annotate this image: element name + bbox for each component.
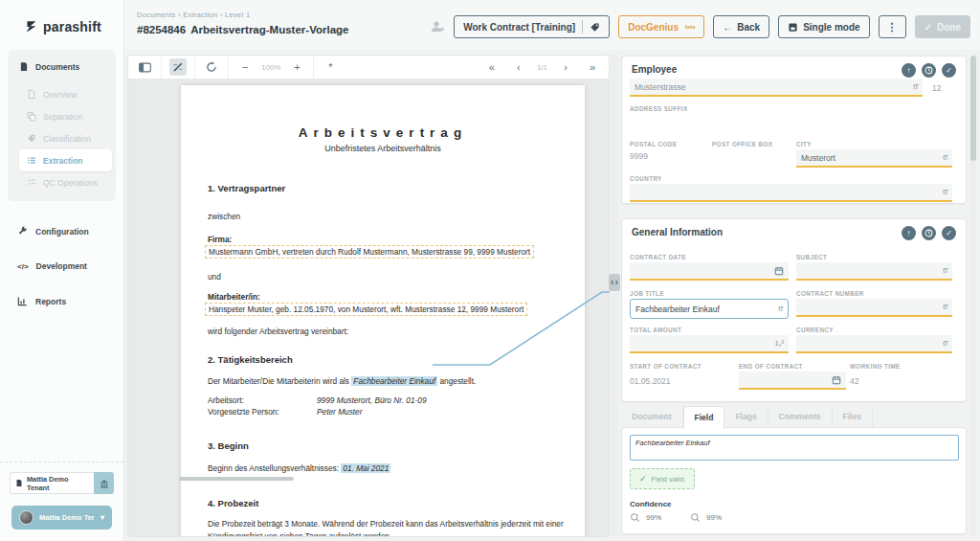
- tenant-name-box[interactable]: Mattia Demo Tenant: [10, 472, 94, 494]
- history-icon[interactable]: [922, 226, 936, 240]
- country-field[interactable]: tT: [630, 184, 952, 202]
- calendar-icon: [774, 266, 784, 276]
- chevron-down-icon: ▾: [100, 513, 104, 522]
- street-number-field[interactable]: 12: [932, 83, 941, 93]
- tab-field[interactable]: Field: [683, 406, 725, 429]
- employee-panel: Employee ↑ ✓ Musterstrasse tT 12 ADDRESS…: [621, 56, 967, 204]
- document-page: Arbeitsvertrag Unbefristetes Arbeitsverh…: [181, 85, 585, 537]
- fit-page-button[interactable]: *: [322, 58, 339, 76]
- app-logo: parashift: [0, 0, 123, 34]
- horizontal-scrollbar[interactable]: [179, 477, 294, 481]
- total-amount-field[interactable]: 1₂³: [630, 335, 789, 353]
- parashift-logo-icon: [25, 20, 37, 34]
- po-box-label: POST OFFICE BOX: [712, 141, 772, 147]
- more-options-button[interactable]: ⋮: [879, 15, 906, 38]
- viewer-toolbar: − 100% + * « ‹ 1/1 › »: [128, 56, 609, 79]
- subject-field[interactable]: tT: [796, 262, 952, 281]
- field-value-textarea[interactable]: Fachbearbeiter Einkauf: [630, 435, 959, 461]
- postal-code-field[interactable]: 9999: [630, 151, 648, 161]
- zoom-in-button[interactable]: +: [288, 58, 305, 76]
- tag-icon[interactable]: [590, 22, 600, 33]
- assign-user-icon[interactable]: [430, 19, 445, 34]
- sidebar-item-reports[interactable]: Reports: [17, 296, 116, 306]
- start-of-contract-label: START OF CONTRACT: [630, 363, 702, 370]
- next-page-button[interactable]: ›: [557, 58, 574, 76]
- sidebar-item-classification[interactable]: Classification: [19, 127, 112, 149]
- contract-date-field[interactable]: [630, 262, 789, 281]
- sidebar-item-development[interactable]: </> Development: [17, 261, 116, 271]
- avatar: [19, 510, 33, 525]
- zoom-level: 100%: [261, 63, 280, 72]
- magnifier-icon: [630, 512, 640, 523]
- breadcrumb[interactable]: Documents › Extraction › Level 1: [137, 11, 250, 19]
- work-contract-button[interactable]: Work Contract [Training]: [454, 15, 610, 38]
- chart-icon: [17, 296, 28, 306]
- job-sentence: Der Mitarbeiter/Die Mitarbeiterin wird a…: [208, 376, 558, 386]
- user-menu[interactable]: Mattia Demo Ter ▾: [11, 506, 112, 530]
- sidebar-item-qc-operations[interactable]: QC Operations: [19, 171, 112, 193]
- sidebar-footer: Mattia Demo Tenant Mattia Demo Ter ▾: [0, 462, 123, 541]
- sidebar-item-separation[interactable]: Separation: [19, 105, 112, 127]
- sidebar-item-overview[interactable]: Overview: [19, 83, 112, 105]
- firma-extraction-box[interactable]: Mustermann GmbH, vertreten durch Rudolf …: [205, 245, 534, 259]
- end-of-contract-label: END OF CONTRACT: [739, 363, 803, 370]
- document-id: #8254846: [137, 24, 186, 35]
- docgenius-button[interactable]: DocGeniusbeta: [618, 15, 704, 38]
- header-actions: Work Contract [Training] DocGeniusbeta ←…: [430, 15, 970, 38]
- scrollbar-thumb[interactable]: [970, 56, 976, 161]
- single-mode-button[interactable]: Single mode: [778, 15, 869, 38]
- tab-files[interactable]: Files: [833, 406, 873, 429]
- zoom-out-button[interactable]: −: [236, 58, 254, 76]
- text-type-icon: tT: [778, 304, 783, 313]
- contract-number-field[interactable]: tT: [796, 299, 952, 317]
- validate-icon[interactable]: ✓: [942, 226, 956, 240]
- tab-flags[interactable]: Flags: [724, 406, 768, 429]
- job-title-field[interactable]: Fachbearbeiter Einkauf tT: [630, 299, 789, 319]
- und-text: und: [208, 272, 558, 282]
- wrench-icon: [17, 226, 28, 237]
- start-date-highlight[interactable]: 01. Mai 2021: [341, 463, 390, 473]
- check-icon: ✓: [924, 22, 932, 33]
- zwischen-text: zwischen: [208, 212, 558, 221]
- rotate-icon[interactable]: [203, 58, 220, 76]
- tab-comments[interactable]: Comments: [768, 406, 833, 429]
- validate-icon[interactable]: ✓: [942, 63, 956, 78]
- magnifier-icon: [690, 512, 701, 523]
- street-field[interactable]: Musterstrasse tT: [630, 79, 923, 97]
- thumbnail-panel-toggle[interactable]: [136, 58, 153, 76]
- mitarbeiter-label: Mitarbeiter/in:: [208, 292, 558, 302]
- working-time-field[interactable]: 42: [850, 376, 858, 386]
- page-title: #8254846Arbeitsvertrag-Muster-Vorlage: [137, 24, 348, 35]
- highlight-annotations-toggle[interactable]: [169, 58, 187, 76]
- currency-field[interactable]: tT: [796, 335, 952, 353]
- sidebar-item-documents[interactable]: Documents: [11, 56, 112, 78]
- done-button[interactable]: ✓ Done: [915, 15, 970, 38]
- job-title-highlight[interactable]: Fachbearbeiter Einkauf: [351, 376, 437, 386]
- city-field[interactable]: Musterort tT: [796, 149, 952, 168]
- end-of-contract-field[interactable]: [739, 372, 846, 390]
- tag-icon: [27, 133, 36, 144]
- history-icon[interactable]: [922, 63, 936, 78]
- submit-icon[interactable]: ↑: [902, 63, 916, 78]
- tab-document[interactable]: Document: [621, 406, 683, 429]
- tenant-selector[interactable]: Mattia Demo Tenant: [10, 472, 114, 494]
- first-page-button[interactable]: «: [483, 58, 501, 76]
- working-time-label: WORKING TIME: [850, 363, 901, 370]
- sidebar-item-configuration[interactable]: Configuration: [17, 226, 116, 237]
- sidebar: parashift Documents Overview Separation …: [0, 0, 124, 541]
- total-amount-label: TOTAL AMOUNT: [630, 327, 681, 333]
- country-label: COUNTRY: [630, 175, 662, 182]
- address-suffix-label: ADDRESS SUFFIX: [630, 105, 688, 112]
- resize-handle-icon[interactable]: [609, 274, 620, 291]
- logo-text: parashift: [43, 19, 101, 34]
- prev-page-button[interactable]: ‹: [510, 58, 527, 76]
- sidebar-item-extraction[interactable]: Extraction: [19, 149, 112, 171]
- mitarbeiter-extraction-box[interactable]: Hanspeter Muster, geb. 12.05.1970, von M…: [205, 303, 527, 316]
- submit-icon[interactable]: ↑: [902, 226, 916, 240]
- last-page-button[interactable]: »: [584, 58, 601, 76]
- back-button[interactable]: ← Back: [713, 15, 769, 38]
- tenant-switch-button[interactable]: [94, 472, 114, 494]
- field-detail-panel: Fachbearbeiter Einkauf ✓ Field valid. Co…: [621, 427, 967, 534]
- start-of-contract-field[interactable]: 01.05.2021: [630, 376, 671, 386]
- panel-divider: [611, 55, 618, 537]
